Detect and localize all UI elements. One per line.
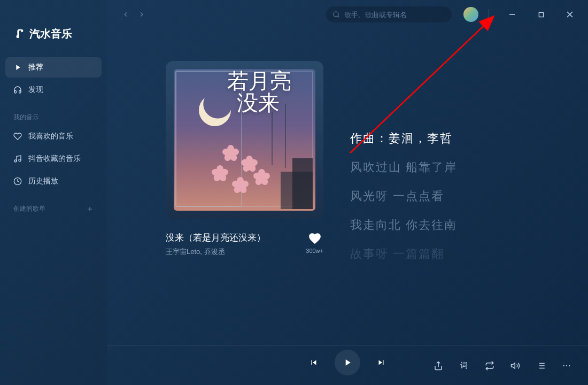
search-box[interactable] bbox=[326, 6, 452, 22]
volume-button[interactable] bbox=[510, 360, 521, 371]
lyric-line: 风吹过山 船靠了岸 bbox=[350, 159, 567, 175]
minimize-button[interactable] bbox=[501, 6, 523, 22]
lyrics-panel[interactable]: 作曲：姜洄，李哲 风吹过山 船靠了岸 风光呀 一点点看 我走向北 你去往南 故事… bbox=[350, 61, 567, 345]
svg-rect-4 bbox=[539, 12, 543, 17]
logo-icon bbox=[13, 28, 25, 40]
search-input[interactable] bbox=[344, 11, 445, 19]
play-button[interactable] bbox=[335, 350, 360, 375]
user-avatar[interactable] bbox=[463, 7, 478, 22]
album-cover[interactable]: 若月亮没来 bbox=[166, 61, 323, 219]
sidebar: 汽水音乐 推荐 发现 我的音乐 我喜欢的音乐 抖音收藏的音乐 历史播放 创建的歌… bbox=[0, 0, 107, 385]
app-logo: 汽水音乐 bbox=[5, 5, 102, 57]
svg-point-1 bbox=[19, 159, 21, 161]
song-title: 没来（若是月亮还没来） bbox=[166, 232, 297, 244]
nav-discover[interactable]: 发现 bbox=[5, 80, 102, 100]
add-playlist-button[interactable] bbox=[86, 205, 94, 213]
repeat-button[interactable] bbox=[484, 360, 495, 371]
close-button[interactable] bbox=[559, 6, 581, 22]
nav-label: 抖音收藏的音乐 bbox=[28, 154, 81, 164]
queue-button[interactable] bbox=[536, 360, 546, 371]
play-icon bbox=[13, 63, 22, 72]
like-count: 300w+ bbox=[306, 248, 323, 254]
nav-recommend[interactable]: 推荐 bbox=[5, 57, 102, 78]
like-button[interactable] bbox=[308, 232, 322, 245]
headphones-icon bbox=[13, 86, 22, 94]
nav-label: 推荐 bbox=[28, 63, 43, 72]
prev-track-button[interactable] bbox=[309, 358, 319, 367]
svg-point-7 bbox=[569, 365, 570, 366]
nav-label: 我喜欢的音乐 bbox=[28, 132, 73, 141]
back-button[interactable] bbox=[122, 11, 129, 18]
divider bbox=[488, 9, 489, 20]
topbar bbox=[107, 0, 588, 29]
nav-label: 历史播放 bbox=[28, 176, 58, 186]
svg-point-5 bbox=[563, 365, 564, 366]
history-icon bbox=[13, 177, 22, 186]
section-my-music: 我的音乐 bbox=[5, 102, 102, 126]
lyric-line: 我走向北 你去往南 bbox=[350, 217, 567, 233]
content-area: 若月亮没来 没来（若是月亮还没来） 王宇宙Leto, 乔浚丞 bbox=[107, 29, 588, 345]
svg-point-6 bbox=[566, 365, 567, 366]
svg-point-0 bbox=[14, 160, 17, 162]
heart-icon bbox=[13, 132, 22, 141]
app-name: 汽水音乐 bbox=[29, 27, 72, 41]
nav-douyin-fav[interactable]: 抖音收藏的音乐 bbox=[5, 149, 102, 169]
next-track-button[interactable] bbox=[376, 358, 386, 367]
nav-liked[interactable]: 我喜欢的音乐 bbox=[5, 126, 102, 147]
player-bar: 词 bbox=[107, 345, 588, 385]
cover-text: 若月亮没来 bbox=[227, 71, 291, 114]
main-area: 若月亮没来 没来（若是月亮还没来） 王宇宙Leto, 乔浚丞 bbox=[107, 0, 588, 385]
share-button[interactable] bbox=[433, 360, 444, 371]
forward-button[interactable] bbox=[138, 11, 145, 18]
lyric-line: 故事呀 一篇篇翻 bbox=[350, 246, 567, 262]
section-playlist: 创建的歌单 bbox=[5, 194, 102, 218]
nav-history[interactable]: 历史播放 bbox=[5, 171, 102, 191]
more-button[interactable] bbox=[561, 360, 572, 371]
album-section: 若月亮没来 没来（若是月亮还没来） 王宇宙Leto, 乔浚丞 bbox=[166, 61, 323, 345]
song-artist[interactable]: 王宇宙Leto, 乔浚丞 bbox=[166, 247, 297, 257]
lyric-line: 作曲：姜洄，李哲 bbox=[350, 130, 567, 147]
svg-point-3 bbox=[334, 12, 338, 17]
nav-label: 发现 bbox=[28, 85, 43, 95]
music-note-icon bbox=[13, 155, 22, 163]
maximize-button[interactable] bbox=[530, 6, 552, 22]
search-icon bbox=[332, 11, 340, 18]
lyric-line: 风光呀 一点点看 bbox=[350, 188, 567, 204]
lyrics-button[interactable]: 词 bbox=[459, 360, 469, 371]
